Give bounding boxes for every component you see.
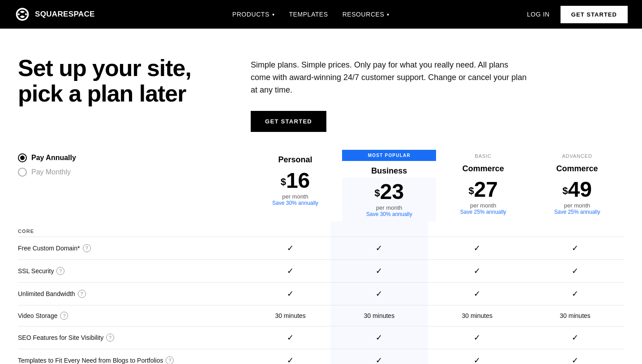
plan-business-price: $23 xyxy=(342,178,436,204)
plan-commerce-advanced-price: $49 xyxy=(530,175,624,202)
plan-commerce-basic-per-month: per month xyxy=(436,202,530,209)
plan-personal-save: Save 30% annually xyxy=(248,200,342,211)
bandwidth-business-check: ✓ xyxy=(330,283,428,305)
core-section-row: CORE xyxy=(18,221,624,237)
plan-commerce-advanced-header: ADVANCED Commerce $49 per month Save 25%… xyxy=(530,150,624,222)
info-icon-seo[interactable]: ? xyxy=(106,334,114,342)
billing-toggle: Pay Annually Pay Monthly xyxy=(18,153,241,177)
feature-row-seo: SEO Features for Site Visibility ? ✓ ✓ ✓… xyxy=(18,326,624,349)
core-label: CORE xyxy=(18,221,251,237)
plan-business-name: Business xyxy=(342,161,436,178)
bandwidth-commerce-basic-check: ✓ xyxy=(428,283,526,305)
domain-business-check: ✓ xyxy=(330,237,428,260)
info-icon-domain[interactable]: ? xyxy=(83,244,91,252)
feature-row-ssl: SSL Security ? ✓ ✓ ✓ ✓ xyxy=(18,260,624,283)
nav-products[interactable]: PRODUCTS ▾ xyxy=(232,11,275,18)
feature-row-bandwidth: Unlimited Bandwidth ? ✓ ✓ ✓ ✓ xyxy=(18,283,624,305)
nav-get-started-button[interactable]: GET STARTED xyxy=(561,6,628,23)
plan-business-per-month: per month xyxy=(342,204,436,211)
plan-commerce-advanced-name: Commerce xyxy=(530,159,624,175)
plan-personal-per-month: per month xyxy=(248,193,342,200)
nav-links: PRODUCTS ▾ TEMPLATES RESOURCES ▾ xyxy=(232,11,389,18)
plan-commerce-basic-name: Commerce xyxy=(436,159,530,175)
hero-left: Set up your site, pick a plan later xyxy=(18,55,233,132)
feature-ssl-name: SSL Security ? xyxy=(18,267,247,275)
plan-commerce-advanced-per-month: per month xyxy=(530,202,624,209)
plan-commerce-basic-save: Save 25% annually xyxy=(436,209,530,220)
login-button[interactable]: LOG IN xyxy=(527,11,550,18)
logo-text: SQUARESPACE xyxy=(35,10,95,19)
feature-row-domain: Free Custom Domain* ? ✓ ✓ ✓ ✓ xyxy=(18,237,624,260)
plan-commerce-basic-header: BASIC Commerce $27 per month Save 25% an… xyxy=(436,150,530,222)
info-icon-video[interactable]: ? xyxy=(60,312,68,320)
plan-personal-name: Personal xyxy=(248,150,342,166)
hero-get-started-button[interactable]: GET STARTED xyxy=(251,111,326,132)
templates-personal-check: ✓ xyxy=(251,349,330,364)
feature-bandwidth-name: Unlimited Bandwidth ? xyxy=(18,290,247,298)
templates-commerce-basic-check: ✓ xyxy=(428,349,526,364)
video-business-value: 30 minutes xyxy=(330,305,428,326)
most-popular-banner: MOST POPULAR xyxy=(342,150,436,161)
feature-domain-name: Free Custom Domain* ? xyxy=(18,244,247,252)
video-commerce-basic-value: 30 minutes xyxy=(428,305,526,326)
feature-row-video: Video Storage ? 30 minutes 30 minutes 30… xyxy=(18,305,624,326)
bandwidth-personal-check: ✓ xyxy=(251,283,330,305)
pay-monthly-label: Pay Monthly xyxy=(31,168,71,176)
nav-right: LOG IN GET STARTED xyxy=(527,6,628,23)
ssl-personal-check: ✓ xyxy=(251,260,330,283)
video-commerce-advanced-value: 30 minutes xyxy=(526,305,624,326)
feature-templates-name: Templates to Fit Every Need from Blogs t… xyxy=(18,356,247,364)
info-icon-templates[interactable]: ? xyxy=(166,356,174,364)
plan-commerce-advanced-sub: ADVANCED xyxy=(530,150,624,159)
pay-monthly-option[interactable]: Pay Monthly xyxy=(18,168,241,177)
domain-personal-check: ✓ xyxy=(251,237,330,260)
feature-row-templates: Templates to Fit Every Need from Blogs t… xyxy=(18,349,624,364)
plan-personal-price: $16 xyxy=(248,166,342,193)
domain-commerce-basic-check: ✓ xyxy=(428,237,526,260)
pay-annually-option[interactable]: Pay Annually xyxy=(18,153,241,162)
feature-seo-name: SEO Features for Site Visibility ? xyxy=(18,334,247,342)
templates-business-check: ✓ xyxy=(330,349,428,364)
info-icon-bandwidth[interactable]: ? xyxy=(78,290,86,298)
ssl-business-check: ✓ xyxy=(330,260,428,283)
logo[interactable]: SQUARESPACE xyxy=(14,6,95,22)
pay-monthly-radio[interactable] xyxy=(18,168,27,177)
feature-video-name: Video Storage ? xyxy=(18,312,247,320)
video-personal-value: 30 minutes xyxy=(251,305,330,326)
templates-commerce-advanced-check: ✓ xyxy=(526,349,624,364)
hero-section: Set up your site, pick a plan later Simp… xyxy=(0,29,642,150)
bandwidth-commerce-advanced-check: ✓ xyxy=(526,283,624,305)
hero-right: Simple plans. Simple prices. Only pay fo… xyxy=(251,55,624,132)
chevron-down-icon: ▾ xyxy=(387,12,389,17)
plan-commerce-basic-price: $27 xyxy=(436,175,530,202)
plan-business-save: Save 30% annually xyxy=(342,211,436,222)
radio-selected-dot xyxy=(20,156,25,160)
ssl-commerce-advanced-check: ✓ xyxy=(526,260,624,283)
chevron-down-icon: ▾ xyxy=(272,12,275,17)
pricing-section: Pay Annually Pay Monthly Personal $16 pe… xyxy=(0,150,642,364)
plan-personal-header: Personal $16 per month Save 30% annually xyxy=(248,150,342,222)
hero-title: Set up your site, pick a plan later xyxy=(18,55,233,106)
billing-toggle-container: Pay Annually Pay Monthly xyxy=(18,150,248,191)
seo-commerce-basic-check: ✓ xyxy=(428,326,526,349)
nav-resources[interactable]: RESOURCES ▾ xyxy=(342,11,389,18)
plan-headers: Personal $16 per month Save 30% annually… xyxy=(248,150,624,222)
nav-templates[interactable]: TEMPLATES xyxy=(289,11,328,18)
features-table: CORE Free Custom Domain* ? ✓ ✓ ✓ ✓ xyxy=(18,221,624,364)
plan-commerce-basic-sub: BASIC xyxy=(436,150,530,159)
ssl-commerce-basic-check: ✓ xyxy=(428,260,526,283)
pay-annually-label: Pay Annually xyxy=(31,154,76,162)
plan-commerce-advanced-save: Save 25% annually xyxy=(530,209,624,220)
seo-personal-check: ✓ xyxy=(251,326,330,349)
hero-description: Simple plans. Simple prices. Only pay fo… xyxy=(251,59,528,97)
navbar: SQUARESPACE PRODUCTS ▾ TEMPLATES RESOURC… xyxy=(0,0,642,29)
domain-commerce-advanced-check: ✓ xyxy=(526,237,624,260)
info-icon-ssl[interactable]: ? xyxy=(56,267,64,275)
pay-annually-radio[interactable] xyxy=(18,153,27,162)
seo-commerce-advanced-check: ✓ xyxy=(526,326,624,349)
plan-business-header: MOST POPULAR Business $23 per month Save… xyxy=(342,150,436,222)
seo-business-check: ✓ xyxy=(330,326,428,349)
